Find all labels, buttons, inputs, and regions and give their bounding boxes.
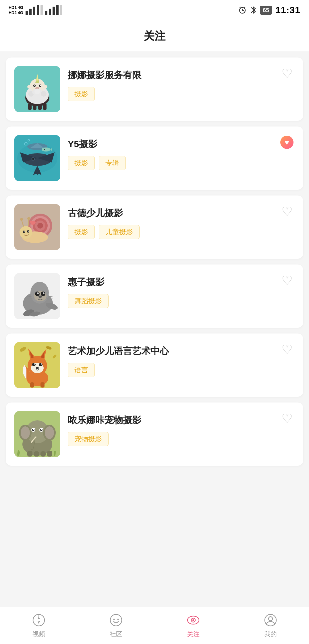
svg-rect-18 <box>33 104 36 110</box>
svg-rect-6 <box>49 9 51 15</box>
card-tags-3: 摄影 儿童摄影 <box>68 225 295 239</box>
card-info-3: 古德少儿摄影 摄影 儿童摄影 <box>68 204 295 239</box>
like-button-6[interactable]: ♡ <box>279 411 295 426</box>
battery-level: 65 <box>260 6 272 15</box>
svg-point-56 <box>37 223 43 229</box>
svg-point-111 <box>45 426 54 439</box>
follow-card-2[interactable]: Y5摄影 摄影 专辑 <box>6 126 303 190</box>
card-name-5: 艺术加少儿语言艺术中心 <box>68 345 295 358</box>
svg-point-25 <box>27 85 33 89</box>
svg-point-110 <box>21 426 30 439</box>
card-name-4: 惠子摄影 <box>68 276 295 289</box>
follow-card-3[interactable]: 古德少儿摄影 摄影 儿童摄影 ♡ <box>6 195 303 259</box>
svg-rect-89 <box>40 382 45 388</box>
avatar-3 <box>14 204 60 250</box>
tag-dance-4: 舞蹈摄影 <box>68 294 109 308</box>
svg-rect-2 <box>33 7 35 15</box>
svg-rect-8 <box>56 5 59 15</box>
svg-rect-7 <box>53 7 55 15</box>
tag-language-5: 语言 <box>68 363 95 377</box>
svg-rect-17 <box>28 103 32 110</box>
svg-point-48 <box>44 149 45 150</box>
svg-point-99 <box>41 363 42 365</box>
nav-label-mine: 我的 <box>264 630 277 639</box>
heart-outline-icon-5: ♡ <box>281 342 293 357</box>
heart-outline-icon-3: ♡ <box>281 204 293 219</box>
avatar-6 <box>14 411 60 457</box>
svg-point-97 <box>39 363 43 366</box>
tag-pet-6: 宠物摄影 <box>68 432 109 446</box>
svg-point-35 <box>41 91 47 97</box>
nav-label-community: 社区 <box>110 630 122 639</box>
time-display: 11:31 <box>275 5 300 16</box>
svg-point-77 <box>43 292 45 294</box>
svg-point-127 <box>110 614 122 626</box>
sheep-avatar-icon <box>14 66 60 112</box>
svg-rect-1 <box>29 9 32 15</box>
svg-line-60 <box>28 219 29 226</box>
nav-item-video[interactable]: 视频 <box>31 613 46 639</box>
card-info-1: 挪娜摄影服务有限 摄影 <box>68 66 295 101</box>
svg-rect-20 <box>43 103 47 110</box>
card-tags-4: 舞蹈摄影 <box>68 294 295 308</box>
like-button-4[interactable]: ♡ <box>279 273 295 288</box>
svg-point-134 <box>269 617 273 621</box>
svg-point-66 <box>28 231 29 232</box>
bottom-nav: 视频 社区 关注 <box>0 607 309 644</box>
like-button-5[interactable]: ♡ <box>279 342 295 357</box>
tag-photography-2: 摄影 <box>68 156 95 170</box>
svg-point-116 <box>33 429 34 430</box>
nav-item-mine[interactable]: 我的 <box>263 613 278 639</box>
like-button-1[interactable]: ♡ <box>279 66 295 81</box>
seal-avatar-icon <box>14 273 60 319</box>
follow-card-5[interactable]: 艺术加少儿语言艺术中心 语言 ♡ <box>6 334 303 397</box>
heart-outline-icon-6: ♡ <box>281 411 293 426</box>
svg-point-61 <box>20 218 23 221</box>
card-tags-5: 语言 <box>68 363 295 377</box>
bluetooth-icon <box>250 5 256 15</box>
avatar-4 <box>14 273 60 319</box>
card-tags-2: 摄影 专辑 <box>68 156 295 170</box>
tag-photography-3: 摄影 <box>68 225 95 239</box>
heart-outline-icon-4: ♡ <box>281 273 293 288</box>
carrier-signal: HD1 4G HD2 4G <box>9 5 23 15</box>
svg-rect-4 <box>40 5 43 15</box>
fox-avatar-icon <box>14 342 60 388</box>
svg-point-30 <box>40 85 41 86</box>
svg-point-117 <box>41 429 42 430</box>
elephant-avatar-icon <box>14 411 60 457</box>
svg-rect-106 <box>47 451 52 457</box>
card-info-2: Y5摄影 摄影 专辑 <box>68 135 295 170</box>
svg-point-58 <box>20 226 32 239</box>
card-info-5: 艺术加少儿语言艺术中心 语言 <box>68 342 295 377</box>
svg-point-128 <box>113 618 115 620</box>
card-info-6: 哝乐娜咔宠物摄影 宠物摄影 <box>68 411 295 446</box>
follow-card-1[interactable]: 挪娜摄影服务有限 摄影 ♡ <box>6 57 303 121</box>
svg-point-98 <box>34 363 35 365</box>
nav-item-community[interactable]: 社区 <box>109 613 123 639</box>
svg-rect-105 <box>40 451 46 457</box>
card-name-2: Y5摄影 <box>68 138 295 151</box>
like-button-2[interactable] <box>279 135 295 150</box>
compass-icon <box>31 613 46 628</box>
svg-marker-125 <box>38 621 40 624</box>
card-tags-1: 摄影 <box>68 87 295 101</box>
card-tags-6: 宠物摄影 <box>68 432 295 446</box>
card-info-4: 惠子摄影 舞蹈摄影 <box>68 273 295 308</box>
follow-card-6[interactable]: 哝乐娜咔宠物摄影 宠物摄影 ♡ <box>6 402 303 466</box>
card-name-1: 挪娜摄影服务有限 <box>68 69 295 82</box>
like-button-3[interactable]: ♡ <box>279 204 295 219</box>
follow-card-4[interactable]: 惠子摄影 舞蹈摄影 ♡ <box>6 264 303 328</box>
status-left: HD1 4G HD2 4G <box>9 5 62 15</box>
page-title: 关注 <box>0 20 309 52</box>
signal-bars2-icon <box>45 5 62 15</box>
avatar-1 <box>14 66 60 112</box>
fish-avatar-icon <box>14 135 60 181</box>
tag-album-2: 专辑 <box>99 156 126 170</box>
svg-rect-9 <box>60 5 62 15</box>
nav-item-follow[interactable]: 关注 <box>186 613 201 639</box>
heart-outline-icon-1: ♡ <box>281 66 293 81</box>
follow-list: 挪娜摄影服务有限 摄影 ♡ <box>0 52 309 503</box>
smile-icon <box>109 613 123 628</box>
battery-container: 65 <box>260 6 272 15</box>
